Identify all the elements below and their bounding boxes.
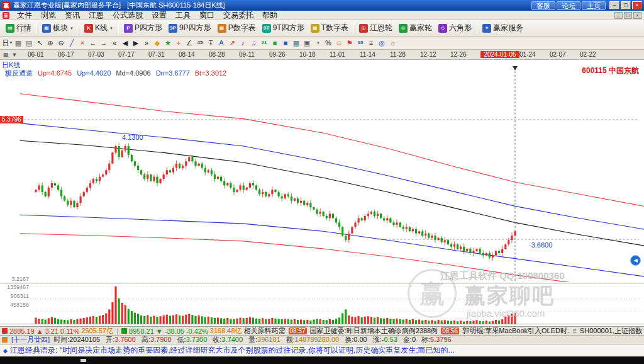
ruler-date[interactable]: 08-28 bbox=[209, 51, 239, 58]
trendline-button[interactable]: ╱ bbox=[67, 38, 77, 48]
winner-service-button[interactable]: ✦ 赢家服务 bbox=[479, 21, 526, 35]
cycle-21-button[interactable]: 21 bbox=[259, 38, 269, 48]
ruler-date[interactable]: 12-12 bbox=[420, 51, 450, 58]
clock-button[interactable]: ◔ bbox=[313, 38, 323, 48]
home-button[interactable]: 主页 bbox=[582, 1, 606, 10]
notes-button[interactable]: ♫ bbox=[248, 38, 258, 48]
blue-block-button[interactable]: ■ bbox=[280, 38, 291, 48]
zoom-in-button[interactable]: ⊕ bbox=[45, 38, 55, 48]
quote-field-换: 换:0.00 bbox=[345, 335, 367, 344]
menu-window[interactable]: 窗口 bbox=[195, 11, 219, 20]
ruler-pin-icon[interactable]: ▼ bbox=[10, 51, 19, 59]
close-button[interactable]: × bbox=[632, 1, 642, 9]
ruler-date[interactable]: 09-11 bbox=[239, 51, 269, 58]
support-button[interactable]: 客服 bbox=[531, 1, 555, 10]
ruler-date[interactable]: 11-28 bbox=[390, 51, 420, 58]
sector-button[interactable]: ▦ 板块 ▼ bbox=[39, 21, 77, 35]
maximize-button[interactable]: □ bbox=[621, 1, 631, 9]
note-button[interactable]: ♪ bbox=[238, 38, 248, 48]
menu-news[interactable]: 资讯 bbox=[60, 11, 84, 20]
delete-button[interactable]: × bbox=[77, 38, 87, 48]
minimize-button[interactable]: – bbox=[609, 1, 619, 9]
menu-settings[interactable]: 设置 bbox=[147, 11, 171, 20]
ruler-date[interactable]: 2024-01-05 bbox=[480, 51, 519, 58]
quote-field-标: 标:5.3796 bbox=[421, 335, 452, 344]
p-number-table-button[interactable]: ▦ P数字表 bbox=[214, 21, 259, 35]
sh-index-change: 3.21 bbox=[45, 327, 58, 335]
first-bar-button[interactable]: « bbox=[109, 38, 119, 48]
gann-wheel-button[interactable]: ◎ 江恩轮 bbox=[356, 21, 396, 35]
layout-rows-button[interactable]: ▤ bbox=[24, 38, 34, 48]
market-quote-icon: ▤ bbox=[6, 24, 14, 33]
layout-grid-button[interactable]: ▦ bbox=[13, 38, 23, 48]
ruler-date[interactable]: 02-07 bbox=[550, 51, 580, 58]
target-button[interactable]: ◎ bbox=[377, 38, 387, 48]
menu-browse[interactable]: 浏览 bbox=[36, 11, 60, 20]
child-restore-button[interactable]: □ bbox=[624, 12, 632, 19]
nine-t-square-button[interactable]: 9T 9T四方形 bbox=[259, 21, 308, 35]
redo-button[interactable]: → bbox=[99, 38, 109, 48]
period-day-button[interactable]: 日 ▼ bbox=[3, 38, 13, 48]
nine-p-square-button[interactable]: 9P 9P四方形 bbox=[165, 21, 214, 35]
sun-button[interactable]: ☼ bbox=[387, 38, 397, 48]
text-tool-button[interactable]: A bbox=[216, 38, 226, 48]
time-ruler-button[interactable]: Ŧ bbox=[206, 38, 216, 48]
ruler-date[interactable]: 09-26 bbox=[269, 51, 299, 58]
diamond-tool-button[interactable]: ◆ bbox=[152, 38, 162, 48]
news-ticker[interactable]: 相关原料药需08:57 国家卫健委:昨日新增本土确诊病例2388例08:56 郭… bbox=[244, 326, 570, 335]
ruler-date[interactable]: 02-22 bbox=[580, 51, 610, 58]
sh-index-icon bbox=[2, 328, 8, 334]
winner-wheel-button[interactable]: ◎ 赢家轮 bbox=[396, 21, 435, 35]
ruler-date[interactable]: 07-31 bbox=[148, 51, 179, 58]
menu-tools[interactable]: 工具 bbox=[171, 11, 195, 20]
undo-button[interactable]: ← bbox=[88, 38, 98, 48]
menu-help[interactable]: 帮助 bbox=[258, 11, 282, 20]
ruler-date[interactable]: 11-01 bbox=[330, 51, 360, 58]
market-quote-button[interactable]: ▤ 行情 bbox=[3, 21, 35, 35]
flag-button[interactable]: ⚑ bbox=[345, 38, 355, 48]
trendline-icon: ╱ bbox=[70, 38, 74, 48]
snapshot-button[interactable]: ▣ bbox=[302, 38, 312, 48]
gann-fan-button[interactable]: ∠ bbox=[184, 38, 194, 48]
zoom-out-button[interactable]: ⊖ bbox=[56, 38, 66, 48]
next-bar-button[interactable]: ▶ bbox=[131, 38, 141, 48]
star-tool-button[interactable]: ★ bbox=[163, 38, 173, 48]
green-block-button[interactable]: ■ bbox=[270, 38, 280, 48]
p-square-button[interactable]: P P四方形 bbox=[121, 21, 165, 35]
level-10-button[interactable]: 10 bbox=[355, 38, 365, 48]
menu-formula-pick[interactable]: 公式选股 bbox=[108, 11, 147, 20]
menu-gann[interactable]: 江恩 bbox=[84, 11, 108, 20]
arrow-marker-button[interactable]: ↗ bbox=[227, 38, 237, 48]
ruler-date[interactable]: 07-17 bbox=[118, 51, 148, 58]
menu-file[interactable]: 文件 bbox=[13, 11, 36, 20]
p-square-icon: P bbox=[124, 24, 133, 33]
percent-button[interactable]: % bbox=[323, 38, 333, 48]
table-button[interactable]: ▦ bbox=[291, 38, 301, 48]
ruler-date[interactable]: 06-01 bbox=[28, 51, 58, 58]
ruler-date[interactable]: 11-14 bbox=[360, 51, 390, 58]
hexagon-button[interactable]: ◇ 六角形 bbox=[435, 21, 475, 35]
zoom-out-icon: ⊖ bbox=[58, 38, 64, 48]
menu-trade[interactable]: 交易委托 bbox=[219, 11, 258, 20]
ruler-date[interactable]: 08-14 bbox=[179, 51, 209, 58]
last-bar-button[interactable]: » bbox=[142, 38, 152, 48]
smiley-button[interactable]: ☺ bbox=[334, 38, 344, 48]
expand-panel-button[interactable]: ◀ bbox=[630, 255, 641, 266]
ruler-date[interactable]: 07-03 bbox=[88, 51, 118, 58]
pointer-button[interactable]: ↖ bbox=[35, 38, 45, 48]
forum-button[interactable]: 论坛 bbox=[557, 1, 580, 10]
child-close-button[interactable]: × bbox=[633, 12, 641, 19]
ruler-grid-icon[interactable]: ▦ bbox=[1, 51, 10, 59]
t-number-table-button[interactable]: ▦ T数字表 bbox=[308, 21, 352, 35]
ruler-date[interactable]: 06-17 bbox=[58, 51, 88, 58]
angle-45-button[interactable]: 45 bbox=[195, 38, 205, 48]
menu-lines-button[interactable]: ≡ bbox=[366, 38, 376, 48]
ruler-date[interactable]: 01-24 bbox=[519, 51, 550, 58]
index-list-icon[interactable]: ≡ bbox=[573, 327, 577, 334]
ruler-date[interactable]: 10-18 bbox=[299, 51, 330, 58]
ruler-date[interactable]: 12-26 bbox=[450, 51, 480, 58]
prev-bar-button[interactable]: ◀ bbox=[120, 38, 130, 48]
child-minimize-button[interactable]: – bbox=[614, 12, 623, 19]
cross-tool-button[interactable]: + bbox=[174, 38, 184, 48]
kline-button[interactable]: K K线 ▼ bbox=[81, 21, 116, 35]
